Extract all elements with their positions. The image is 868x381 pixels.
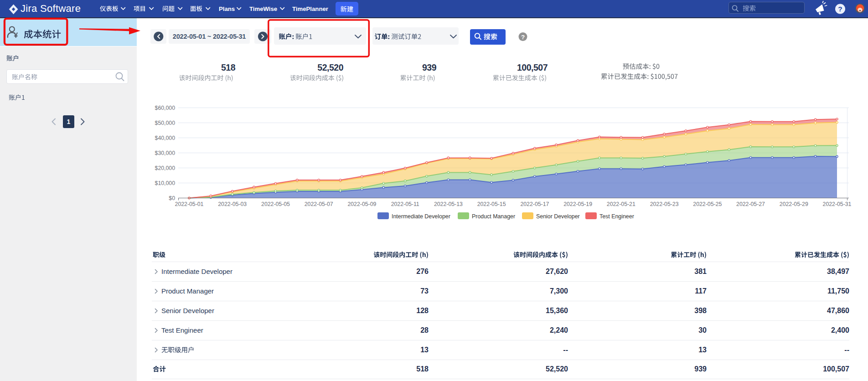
svg-text:2022-05-29: 2022-05-29 xyxy=(780,201,808,207)
svg-text:2022-05-25: 2022-05-25 xyxy=(693,201,722,207)
svg-text:2022-05-09: 2022-05-09 xyxy=(347,201,376,207)
svg-text:2022-05-15: 2022-05-15 xyxy=(477,201,506,207)
svg-text:2022-05-21: 2022-05-21 xyxy=(607,201,636,207)
svg-text:2022-05-05: 2022-05-05 xyxy=(261,201,290,207)
svg-text:Senior Developer: Senior Developer xyxy=(536,213,580,220)
svg-text:Test Engineer: Test Engineer xyxy=(599,213,634,220)
svg-text:2022-05-31: 2022-05-31 xyxy=(823,201,852,207)
svg-text:2022-05-01: 2022-05-01 xyxy=(175,201,204,207)
svg-text:$50,000: $50,000 xyxy=(155,120,176,126)
svg-text:$10,000: $10,000 xyxy=(155,180,176,186)
svg-text:Intermediate Developer: Intermediate Developer xyxy=(392,213,450,220)
svg-text:Product Manager: Product Manager xyxy=(472,213,515,220)
svg-text:?: ? xyxy=(521,34,525,41)
svg-text:2022-05-07: 2022-05-07 xyxy=(305,201,333,207)
svg-text:2022-05-03: 2022-05-03 xyxy=(218,201,247,207)
svg-text:$60,000: $60,000 xyxy=(155,105,176,111)
svg-text:$0: $0 xyxy=(169,195,175,201)
svg-text:2022-05-27: 2022-05-27 xyxy=(736,201,765,207)
svg-text:$20,000: $20,000 xyxy=(155,165,176,171)
svg-text:$40,000: $40,000 xyxy=(155,135,176,141)
svg-text:$30,000: $30,000 xyxy=(155,150,176,156)
svg-text:2022-05-19: 2022-05-19 xyxy=(563,201,592,207)
svg-text:2022-05-11: 2022-05-11 xyxy=(391,201,419,207)
svg-text:2022-05-17: 2022-05-17 xyxy=(520,201,549,207)
svg-text:2022-05-23: 2022-05-23 xyxy=(650,201,679,207)
svg-text:2022-05-13: 2022-05-13 xyxy=(434,201,463,207)
